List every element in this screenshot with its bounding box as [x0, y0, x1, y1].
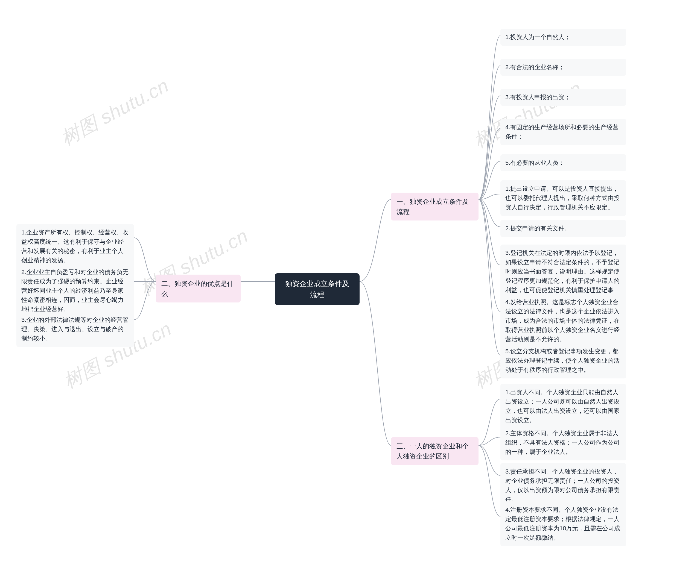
leaf-text: 2.有合法的企业名称； — [505, 64, 564, 70]
leaf-text: 4.有固定的生产经营场所和必要的生产经营条件； — [505, 124, 619, 140]
leaf-text: 1.出资人不同。个人独资企业只能由自然人出资设立；一人公司既可以由自然人出资设立… — [505, 389, 620, 424]
branch-1-label: 一、独资企业成立条件及流程 — [397, 198, 469, 215]
leaf-text: 5.设立分支机构或者登记事项发生变更，都应依法办理登记手续，使个人独资企业的活动… — [505, 348, 620, 373]
leaf-b1-6[interactable]: 1.提出设立申请。可以是投资人直接提出，也可以委托代理人提出，采取何种方式由投资… — [500, 180, 626, 216]
leaf-text: 2.企业业主自负盈亏和对企业的债务负无限责任成为了强硬的预算约束。企业经营好坏同… — [21, 269, 128, 313]
watermark: 树图 shutu.cn — [56, 73, 173, 151]
leaf-text: 4.注册资本要求不同。个人独资企业没有法定最低注册资本要求；根据法律规定，一人公… — [505, 506, 620, 541]
leaf-b1-4[interactable]: 4.有固定的生产经营场所和必要的生产经营条件； — [500, 119, 626, 145]
leaf-text: 1.企业资产所有权、控制权、经营权、收益权高度统一。这有利于保守与企业经营和发展… — [21, 229, 128, 264]
leaf-b3-4[interactable]: 4.注册资本要求不同。个人独资企业没有法定最低注册资本要求；根据法律规定，一人公… — [500, 501, 626, 546]
leaf-b1-9[interactable]: 4.发给营业执照。这是标志个人独资企业合法设立的法律文件，也是这个企业依法进入市… — [500, 294, 626, 348]
branch-3[interactable]: 三、一人的独资企业和个人独资企业的区别 — [391, 437, 479, 465]
branch-2-label: 二、独资企业的优点是什么 — [161, 280, 233, 297]
leaf-text: 3.有投资人申报的出资； — [505, 94, 570, 101]
leaf-b2-1[interactable]: 1.企业资产所有权、控制权、经营权、收益权高度统一。这有利于保守与企业经营和发展… — [16, 224, 134, 269]
leaf-text: 1.投资人为一个自然人； — [505, 34, 570, 40]
leaf-text: 2.提交申请的有关文件。 — [505, 225, 570, 232]
leaf-b1-2[interactable]: 2.有合法的企业名称； — [500, 59, 626, 76]
leaf-b1-3[interactable]: 3.有投资人申报的出资； — [500, 89, 626, 106]
leaf-text: 1.提出设立申请。可以是投资人直接提出，也可以委托代理人提出，采取何种方式由投资… — [505, 185, 620, 211]
root-node[interactable]: 独资企业成立条件及流程 — [275, 273, 360, 305]
root-title: 独资企业成立条件及流程 — [285, 280, 349, 299]
leaf-b3-1[interactable]: 1.出资人不同。个人独资企业只能由自然人出资设立；一人公司既可以由自然人出资设立… — [500, 384, 626, 429]
leaf-text: 3.责任承担不同。个人独资企业的投资人，对企业债务承担无限责任；一人公司的投资人… — [505, 468, 620, 503]
leaf-text: 5.有必要的从业人员； — [505, 159, 564, 166]
leaf-text: 3.企业的外部法律法规等对企业的经营管理、决策、进入与退出、设立与破产的制约较小… — [21, 316, 128, 342]
leaf-text: 4.发给营业执照。这是标志个人独资企业合法设立的法律文件，也是这个企业依法进入市… — [505, 299, 620, 343]
branch-1[interactable]: 一、独资企业成立条件及流程 — [391, 193, 479, 221]
leaf-b1-7[interactable]: 2.提交申请的有关文件。 — [500, 220, 626, 237]
leaf-b2-2[interactable]: 2.企业业主自负盈亏和对企业的债务负无限责任成为了强硬的预算约束。企业经营好坏同… — [16, 264, 134, 318]
branch-3-label: 三、一人的独资企业和个人独资企业的区别 — [397, 442, 469, 460]
leaf-text: 2.主体资格不同。个人独资企业属于非法人组织，不具有法人资格；一人公司作为公司的… — [505, 430, 620, 455]
leaf-b1-5[interactable]: 5.有必要的从业人员； — [500, 154, 626, 171]
leaf-b2-3[interactable]: 3.企业的外部法律法规等对企业的经营管理、决策、进入与退出、设立与破产的制约较小… — [16, 311, 134, 347]
leaf-b1-1[interactable]: 1.投资人为一个自然人； — [500, 29, 626, 46]
branch-2[interactable]: 二、独资企业的优点是什么 — [156, 275, 241, 302]
leaf-b3-2[interactable]: 2.主体资格不同。个人独资企业属于非法人组织，不具有法人资格；一人公司作为公司的… — [500, 425, 626, 460]
leaf-b1-10[interactable]: 5.设立分支机构或者登记事项发生变更，都应依法办理登记手续，使个人独资企业的活动… — [500, 343, 626, 378]
